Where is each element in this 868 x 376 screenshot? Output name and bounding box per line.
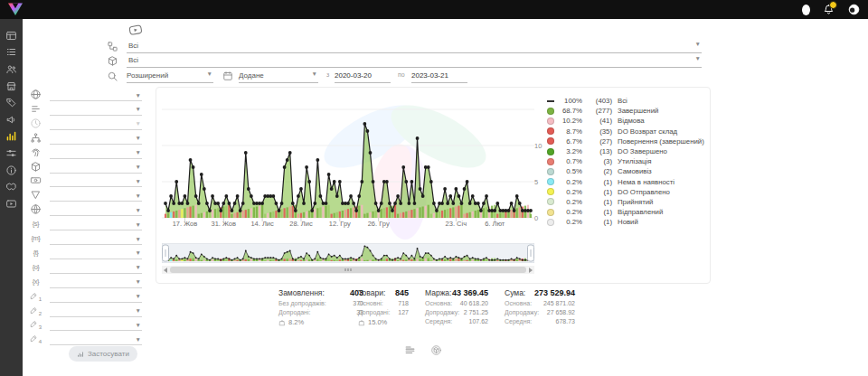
avatar-icon[interactable] [847,3,861,16]
filter-select[interactable]: ▼ [50,304,142,317]
x-tick-label: 28. Лис [289,220,312,228]
legend-item[interactable]: 0.2%(1)Відправлений [547,207,706,217]
filter-select[interactable]: ▼ [50,88,142,101]
legend-item[interactable]: 3.2%(13)DO Завершено [547,146,706,156]
scroll-left-arrow[interactable] [164,268,167,273]
legend-label: Відправлений [618,208,663,216]
list-view-icon[interactable] [404,344,416,356]
filter-select[interactable]: ▼ [50,102,142,116]
stat-sub-label: Допродані: [278,309,310,315]
legend-item[interactable]: 0.2%(1)Новий [547,217,706,227]
legend-count: (1) [589,208,612,216]
stat-value: 43 369.45 [452,288,488,297]
legend-label: DO Отправлено [618,188,670,196]
filter-select[interactable]: ▼ [50,217,142,230]
chevron-down-icon: ▼ [136,179,142,187]
funnel-icon [30,189,42,201]
legend-percent: 0.7% [559,157,582,165]
profile-icon[interactable] [802,5,810,15]
sidebar-item-orders[interactable] [3,44,20,61]
filter-select[interactable]: ▼ [50,202,142,216]
filter-select[interactable]: ▼ [50,332,142,345]
legend-item[interactable]: 6.7%(27)Повернення (завершений) [547,136,706,146]
globe-icon [30,89,42,100]
filter-panel-row-pencil3: 3▼ [30,317,142,331]
legend-item[interactable]: 0.5%(2)Самовивіз [547,166,706,176]
legend-item[interactable]: 100%(403)Всі [547,96,706,106]
date-from-input[interactable]: 2020-03-20 [335,69,391,83]
search-mode-dropdown[interactable]: Розширений ▼ [127,69,213,83]
scrollbar-thumb[interactable] [170,267,526,273]
stat-sub-label: Основна: [425,300,452,306]
video-help-icon[interactable] [124,21,150,40]
chevron-down-icon: ▼ [136,279,142,287]
legend-item[interactable]: 0.2%(1)Нема в наявності [547,177,706,187]
legend-percent: 0.2% [559,218,582,226]
legend-count: (13) [589,147,612,155]
fingerprint-icon [30,146,42,158]
notifications-bell-icon[interactable] [823,4,835,15]
sidebar-item-settings-sliders[interactable] [3,145,20,162]
legend-dot-swatch [547,168,554,175]
legend-dot-swatch [547,108,554,115]
filter-select[interactable]: ▼ [50,289,142,303]
sidebar-item-store[interactable] [3,78,20,95]
stat-sub-label: Допродажу: [505,309,539,315]
sidebar-item-partnership[interactable] [3,178,20,195]
badge-value: 8.2% [288,318,304,326]
chart-navigator[interactable] [162,243,534,263]
filter-select[interactable]: ▼ [50,131,142,145]
sidebar-item-video-lessons[interactable] [3,195,20,212]
filter-panel-row-pencil2: 2▼ [30,304,142,317]
filter-panel-row-clock: ▼ [30,117,142,130]
circle-package-icon[interactable] [430,344,442,356]
date-field-dropdown[interactable]: Додане ▼ [239,69,318,83]
filter-select[interactable]: ▼ [50,160,142,174]
category-select[interactable]: Всі ▼ [127,39,702,53]
filter-select[interactable]: ▼ [50,317,142,331]
legend-item[interactable]: 68.7%(277)Завершений [547,106,706,116]
apply-button-label: Застосувати [88,350,129,358]
filter-panel-row-var-9: {s}▼ [30,217,142,230]
bag-icon [358,319,365,326]
x-tick-label: 14. Лис [250,220,273,228]
legend-item[interactable]: 8.7%(35)DO Возврат склад [547,127,706,136]
brand-logo-icon[interactable] [6,2,24,16]
filter-select[interactable]: ▼ [50,246,142,259]
filter-panel-row-funnel: ▼ [30,188,142,202]
legend-item[interactable]: 10.2%(41)Відмова [547,116,706,126]
filter-select[interactable]: ▼ [50,146,142,159]
apply-button[interactable]: Застосувати [69,346,137,362]
filter-select[interactable]: ▼ [50,231,142,245]
chart-scrollbar[interactable] [162,266,534,274]
chevron-down-icon: ▼ [136,237,142,245]
legend-item[interactable]: 0.7%(3)Утилізація [547,156,706,166]
stat-sub-label: Основна: [505,300,532,306]
sidebar-item-dashboard[interactable] [3,27,20,44]
orders-icon [5,46,17,58]
filter-select[interactable]: ▼ [50,260,142,274]
filter-select[interactable]: ▼ [50,174,142,187]
chevron-down-icon: ▼ [136,323,142,331]
sidebar-item-customers[interactable] [3,61,20,78]
sidebar-item-analytics[interactable] [3,128,20,146]
filter-panel-row-pencil1: 1▼ [30,289,142,303]
legend-item[interactable]: 0.2%(1)DO Отправлено [547,187,706,197]
filter-select[interactable]: ▼ [50,188,142,202]
sidebar-item-info[interactable] [3,162,20,179]
legend-count: (35) [589,127,612,136]
search-icon [107,70,118,82]
legend-count: (3) [589,157,612,165]
stat-sub-value: 678.73 [556,318,575,324]
chevron-down-icon: ▼ [136,250,142,258]
product-select[interactable]: Всі ▼ [127,53,702,68]
date-to-input[interactable]: 2023-03-21 [411,69,467,83]
date-to-value: 2023-03-21 [411,71,448,80]
filter-select[interactable]: ▼ [50,117,142,130]
legend-item[interactable]: 0.2%(1)Прийнятий [547,197,706,207]
sidebar-item-tags[interactable] [3,94,20,111]
legend-dot-swatch [547,198,554,205]
sidebar-item-marketing[interactable] [3,111,20,128]
scroll-right-arrow[interactable] [529,268,533,273]
filter-select[interactable]: ▼ [50,275,142,288]
